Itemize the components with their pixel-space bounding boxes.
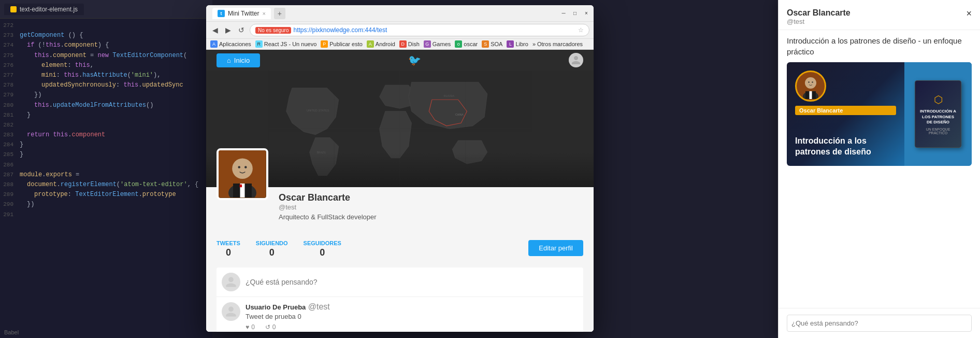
code-content: 272 273 getComponent () { 274 if (!this.… bbox=[0, 19, 212, 338]
bm-icon: D bbox=[399, 40, 407, 48]
new-tab-button[interactable]: + bbox=[274, 8, 285, 19]
bm-icon: L bbox=[507, 40, 514, 48]
compose-input[interactable] bbox=[246, 278, 578, 286]
panel-compose-input[interactable] bbox=[787, 315, 972, 332]
svg-point-22 bbox=[805, 78, 816, 88]
forward-button[interactable]: ▶ bbox=[223, 25, 233, 35]
bookmark-publicar[interactable]: P Publicar esto bbox=[321, 40, 363, 48]
svg-point-15 bbox=[238, 166, 240, 168]
close-button[interactable]: × bbox=[583, 10, 589, 17]
tweet-feed-container: Usuario De Prueba @test Tweet de prueba … bbox=[206, 263, 594, 332]
code-line: 274 if (!this.component) { bbox=[0, 40, 212, 50]
bookmark-soa[interactable]: S SOA bbox=[482, 40, 502, 48]
bookmark-aplicaciones[interactable]: A Aplicaciones bbox=[210, 40, 251, 48]
bookmark-dish[interactable]: D Dish bbox=[399, 40, 420, 48]
bm-icon: A bbox=[210, 40, 218, 48]
tab-title: Mini Twitter bbox=[228, 10, 259, 17]
tweet-item: Usuario De Prueba @test Tweet de prueba … bbox=[217, 297, 583, 332]
code-line: 291 bbox=[0, 210, 212, 220]
insecure-badge: No es seguro bbox=[255, 27, 291, 34]
compose-tweet bbox=[217, 267, 583, 297]
url-text: https://pixknowledge.com:444/test bbox=[293, 26, 576, 34]
refresh-button[interactable]: ↺ bbox=[236, 25, 247, 35]
bookmarks-bar: A Aplicaciones R React JS - Un nuevo P P… bbox=[206, 39, 594, 50]
browser-titlebar: t Mini Twitter × + ─ □ × bbox=[206, 5, 594, 22]
bookmark-libro[interactable]: L Libro bbox=[507, 40, 528, 48]
siguiendo-label: SIGUIENDO bbox=[256, 240, 288, 246]
seguidores-label: SEGUIDORES bbox=[304, 240, 341, 246]
bm-icon: S bbox=[482, 40, 489, 48]
code-line: 273 getComponent () { bbox=[0, 31, 212, 40]
code-line: 285 } bbox=[0, 150, 212, 160]
tweet-text: Tweet de prueba 0 bbox=[246, 313, 578, 320]
bm-icon: R bbox=[255, 40, 263, 48]
banner-left: Oscar Blancarte Introducción a los patro… bbox=[787, 62, 904, 166]
tweet-actions: ♥ 0 ↺ 0 bbox=[246, 323, 578, 331]
panel-header: Oscar Blancarte @test × bbox=[779, 0, 980, 30]
panel-close-button[interactable]: × bbox=[966, 8, 972, 19]
panel-compose bbox=[779, 308, 980, 338]
home-icon: ⌂ bbox=[227, 57, 231, 64]
svg-rect-27 bbox=[810, 91, 812, 99]
twitter-home-nav[interactable]: ⌂ Inicio bbox=[217, 53, 260, 67]
browser-tab[interactable]: t Mini Twitter × bbox=[212, 8, 271, 19]
browser-window: t Mini Twitter × + ─ □ × ◀ ▶ ↺ No es seg… bbox=[206, 5, 594, 332]
bookmark-others[interactable]: » Otros marcadores bbox=[532, 41, 583, 47]
tweet-body: Usuario De Prueba @test Tweet de prueba … bbox=[246, 302, 578, 331]
panel-handle: @test bbox=[787, 18, 966, 25]
file-icon bbox=[10, 6, 17, 12]
star-icon: ☆ bbox=[578, 26, 584, 34]
svg-point-14 bbox=[233, 159, 252, 178]
profile-name: Oscar Blancarte bbox=[279, 192, 583, 203]
tweet-avatar bbox=[222, 302, 240, 321]
heart-icon: ♥ bbox=[246, 323, 249, 331]
book-cover: ⬡ INTRODUCCIÓN A LOS PATRONES DE DISEÑO … bbox=[915, 80, 961, 148]
right-panel: Oscar Blancarte @test × Introducción a l… bbox=[778, 0, 980, 338]
code-tab-label: text-editor-element.js bbox=[20, 6, 78, 13]
babel-label: Babel bbox=[4, 329, 19, 335]
code-line: 275 this.component = new TextEditorCompo… bbox=[0, 51, 212, 61]
minimize-button[interactable]: ─ bbox=[560, 10, 567, 17]
code-line: 289 prototype: TextEditorElement.prototy… bbox=[0, 190, 212, 200]
code-line: 290 }) bbox=[0, 200, 212, 209]
code-line: 287 module.exports = bbox=[0, 170, 212, 180]
svg-point-23 bbox=[808, 81, 810, 83]
banner-title: Introducción a los patrones de diseño bbox=[795, 136, 896, 158]
home-label: Inicio bbox=[234, 57, 250, 64]
bm-icon: G bbox=[424, 40, 431, 48]
book-cover-icon: ⬡ bbox=[934, 93, 943, 106]
twitter-user-avatar[interactable] bbox=[569, 53, 583, 67]
seguidores-value: 0 bbox=[304, 247, 341, 258]
book-cover-title: INTRODUCCIÓN A LOS PATRONES DE DISEÑO bbox=[919, 109, 957, 125]
panel-description: Introducción a los patrones de diseño - … bbox=[779, 30, 980, 62]
bookmark-android[interactable]: A Android bbox=[367, 40, 395, 48]
banner-avatar bbox=[795, 71, 826, 102]
tab-close-button[interactable]: × bbox=[262, 10, 265, 17]
bookmark-games[interactable]: G Games bbox=[424, 40, 451, 48]
code-line: 277 mini: this.hasAttribute('mini'), bbox=[0, 71, 212, 80]
tweets-stat: TWEETS 0 bbox=[217, 238, 240, 258]
edit-profile-button[interactable]: Editar perfil bbox=[528, 240, 583, 256]
panel-username: Oscar Blancarte bbox=[787, 8, 966, 18]
code-line: 278 updatedSynchronously: this.updatedSy… bbox=[0, 80, 212, 90]
code-tab-bar: text-editor-element.js bbox=[0, 0, 212, 19]
profile-avatar-wrapper bbox=[217, 148, 268, 200]
bookmark-oscar[interactable]: o oscar bbox=[455, 40, 478, 48]
bm-icon: o bbox=[455, 40, 462, 48]
code-tab[interactable]: text-editor-element.js bbox=[4, 4, 84, 15]
svg-point-24 bbox=[812, 81, 813, 83]
back-button[interactable]: ◀ bbox=[210, 25, 220, 35]
tweet-like[interactable]: ♥ 0 bbox=[246, 323, 255, 331]
bookmark-reactjs[interactable]: R React JS - Un nuevo bbox=[255, 40, 317, 48]
maximize-button[interactable]: □ bbox=[572, 10, 578, 17]
code-line: 272 bbox=[0, 21, 212, 31]
twitter-header: ⌂ Inicio 🐦 bbox=[206, 50, 594, 71]
banner-name-badge: Oscar Blancarte bbox=[795, 106, 896, 115]
banner-right: ⬡ INTRODUCCIÓN A LOS PATRONES DE DISEÑO … bbox=[904, 62, 972, 166]
twitter-logo: 🐦 bbox=[408, 54, 421, 66]
tweets-label: TWEETS bbox=[217, 240, 240, 246]
stats-and-edit: TWEETS 0 SIGUIENDO 0 SEGUIDORES 0 Editar… bbox=[217, 238, 583, 258]
address-bar[interactable]: No es seguro https://pixknowledge.com:44… bbox=[250, 24, 589, 36]
tweet-retweet[interactable]: ↺ 0 bbox=[265, 323, 276, 331]
babel-status-bar: Babel bbox=[0, 327, 212, 338]
